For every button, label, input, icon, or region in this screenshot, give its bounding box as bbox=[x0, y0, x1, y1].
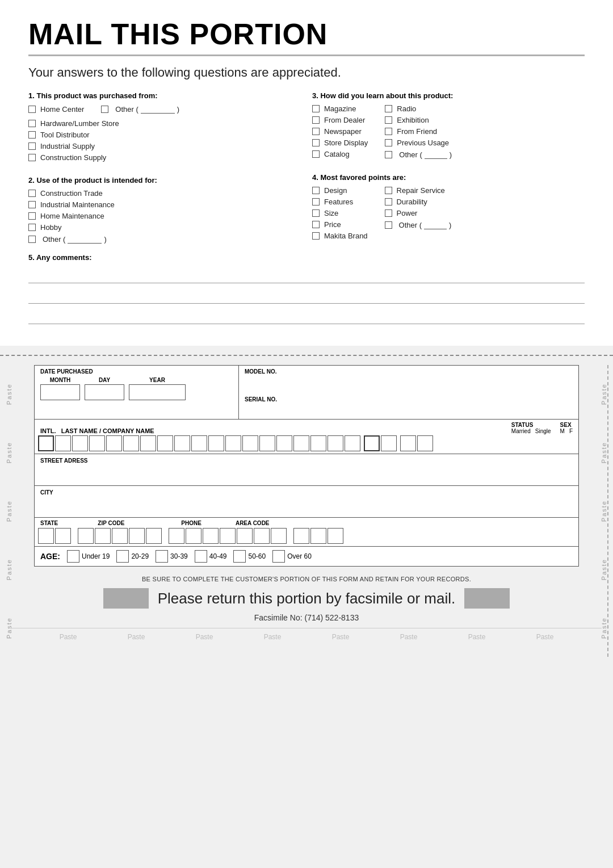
q1-checkbox-industrial[interactable] bbox=[28, 142, 36, 150]
year-input[interactable] bbox=[129, 384, 186, 400]
name-cell-10[interactable] bbox=[191, 435, 207, 451]
street-input[interactable] bbox=[40, 466, 573, 482]
q3-checkbox-store-display[interactable] bbox=[312, 139, 320, 146]
phone-cell-3[interactable] bbox=[203, 528, 219, 544]
q3-label-store-display: Store Display bbox=[324, 139, 368, 147]
age-checkbox-30-39[interactable] bbox=[156, 550, 168, 563]
sex-m-cell[interactable] bbox=[400, 435, 416, 451]
city-input[interactable] bbox=[40, 498, 573, 514]
q1-other-input[interactable] bbox=[141, 104, 175, 114]
q4-checkbox-features[interactable] bbox=[312, 198, 320, 206]
name-cell-1[interactable] bbox=[38, 435, 54, 451]
name-cell-14[interactable] bbox=[259, 435, 275, 451]
name-cell-4[interactable] bbox=[89, 435, 105, 451]
name-cell-17[interactable] bbox=[310, 435, 326, 451]
serial-input[interactable] bbox=[245, 405, 573, 416]
q3-checkbox-friend[interactable] bbox=[385, 128, 392, 135]
day-input[interactable] bbox=[85, 384, 124, 400]
name-cell-19[interactable] bbox=[345, 435, 360, 451]
age-checkbox-over60[interactable] bbox=[272, 550, 285, 563]
q3-checkbox-other[interactable] bbox=[385, 151, 392, 158]
area-cell-2[interactable] bbox=[310, 528, 326, 544]
zip-cell-3[interactable] bbox=[112, 528, 128, 544]
zip-cell-2[interactable] bbox=[95, 528, 111, 544]
age-under19: Under 19 bbox=[67, 550, 110, 563]
q3-checkbox-prev-usage[interactable] bbox=[385, 139, 392, 146]
q3-checkbox-catalog[interactable] bbox=[312, 150, 320, 158]
zip-cell-1[interactable] bbox=[78, 528, 94, 544]
phone-cell-6[interactable] bbox=[254, 528, 270, 544]
name-cell-6[interactable] bbox=[123, 435, 139, 451]
status-married-cell[interactable] bbox=[364, 435, 380, 451]
name-cell-5[interactable] bbox=[106, 435, 122, 451]
q2-checkbox-hobby[interactable] bbox=[28, 224, 36, 231]
q4-checkbox-repair[interactable] bbox=[385, 187, 392, 194]
q3-checkbox-radio[interactable] bbox=[385, 105, 392, 112]
q5-line-2[interactable] bbox=[28, 288, 585, 304]
q4-checkbox-durability[interactable] bbox=[385, 198, 392, 206]
name-cell-3[interactable] bbox=[72, 435, 88, 451]
phone-cell-4[interactable] bbox=[220, 528, 236, 544]
q2-checkbox-industrial-maint[interactable] bbox=[28, 201, 36, 208]
q1-checkbox-other[interactable] bbox=[101, 106, 108, 113]
q2-checkbox-other[interactable] bbox=[28, 236, 36, 243]
age-row: AGE: Under 19 20-29 30-39 40-49 bbox=[35, 547, 578, 566]
age-checkbox-20-29[interactable] bbox=[116, 550, 129, 563]
q1-checkbox-hardware[interactable] bbox=[28, 120, 36, 127]
age-checkbox-under19[interactable] bbox=[67, 550, 79, 563]
q1-label-tool: Tool Distributor bbox=[40, 131, 90, 139]
sex-f-cell[interactable] bbox=[417, 435, 433, 451]
state-cell-2[interactable] bbox=[55, 528, 71, 544]
q1-first-row: Home Center Other ( ) bbox=[28, 104, 289, 116]
q3-other-input[interactable] bbox=[425, 150, 447, 159]
phone-cell-1[interactable] bbox=[169, 528, 184, 544]
q4-checkbox-makita[interactable] bbox=[312, 232, 320, 240]
q3-checkbox-newspaper[interactable] bbox=[312, 128, 320, 135]
q3-checkbox-dealer[interactable] bbox=[312, 116, 320, 124]
phone-cell-2[interactable] bbox=[186, 528, 201, 544]
q2-checkbox-home-maint[interactable] bbox=[28, 212, 36, 220]
name-cell-12[interactable] bbox=[225, 435, 241, 451]
q4-checkbox-other[interactable] bbox=[385, 221, 392, 229]
q4-checkbox-design[interactable] bbox=[312, 187, 320, 194]
name-cell-16[interactable] bbox=[293, 435, 309, 451]
age-checkbox-50-60[interactable] bbox=[233, 550, 246, 563]
status-single-cell[interactable] bbox=[381, 435, 397, 451]
q4-other-input[interactable] bbox=[424, 220, 447, 229]
q2-item-home-maint: Home Maintenance bbox=[28, 212, 289, 220]
q4-checkbox-power[interactable] bbox=[385, 209, 392, 217]
model-input[interactable] bbox=[245, 377, 573, 393]
name-cell-9[interactable] bbox=[174, 435, 190, 451]
q5-line-3[interactable] bbox=[28, 308, 585, 324]
paste-bottom-6: Paste bbox=[400, 633, 418, 641]
area-cell-3[interactable] bbox=[328, 528, 343, 544]
name-cell-18[interactable] bbox=[328, 435, 343, 451]
q2-other-input[interactable] bbox=[68, 234, 102, 244]
phone-cell-7[interactable] bbox=[271, 528, 287, 544]
phone-cell-5[interactable] bbox=[237, 528, 253, 544]
name-cell-2[interactable] bbox=[55, 435, 71, 451]
q3-checkbox-exhibition[interactable] bbox=[385, 116, 392, 124]
q1-checkbox-home-center[interactable] bbox=[28, 106, 36, 113]
month-label: MONTH bbox=[40, 377, 80, 383]
q4-label-price: Price bbox=[324, 220, 341, 229]
name-cell-13[interactable] bbox=[242, 435, 258, 451]
name-cell-15[interactable] bbox=[276, 435, 292, 451]
area-cell-1[interactable] bbox=[293, 528, 309, 544]
q1-checkbox-construction-supply[interactable] bbox=[28, 154, 36, 161]
name-cell-7[interactable] bbox=[140, 435, 156, 451]
zip-cell-4[interactable] bbox=[129, 528, 145, 544]
q3-checkbox-magazine[interactable] bbox=[312, 105, 320, 112]
q4-checkbox-price[interactable] bbox=[312, 221, 320, 228]
q2-checkbox-construction-trade[interactable] bbox=[28, 190, 36, 197]
paste-bottom-2: Paste bbox=[128, 633, 145, 641]
name-cell-8[interactable] bbox=[157, 435, 173, 451]
month-input[interactable] bbox=[40, 384, 80, 400]
name-cell-11[interactable] bbox=[208, 435, 224, 451]
zip-cell-5[interactable] bbox=[146, 528, 162, 544]
q4-checkbox-size[interactable] bbox=[312, 209, 320, 217]
state-cell-1[interactable] bbox=[38, 528, 54, 544]
q1-checkbox-tool[interactable] bbox=[28, 131, 36, 139]
age-checkbox-40-49[interactable] bbox=[195, 550, 207, 563]
q5-line-1[interactable] bbox=[28, 267, 585, 283]
